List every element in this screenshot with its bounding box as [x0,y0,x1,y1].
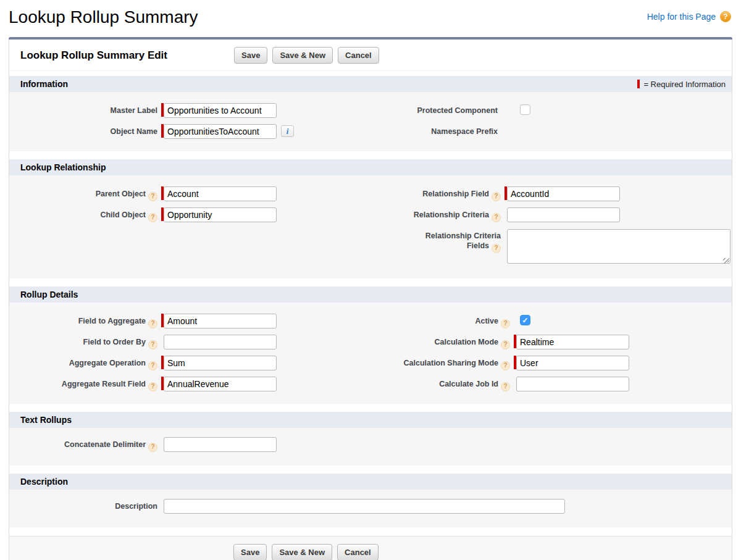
field-protected-component: Protected Component ✓ [371,102,722,118]
field-row: Object Name i Namespace Prefix [20,123,732,139]
panel-title: Lookup Rollup Summary Edit [20,49,234,62]
calculate-job-id-input[interactable] [516,377,629,391]
child-object-input[interactable] [164,207,277,222]
calculate-job-id-help-icon[interactable]: ? [501,382,510,391]
edit-panel: Lookup Rollup Summary Edit Save Save & N… [9,40,732,560]
field-child-object: Child Object? [20,207,371,222]
field-namespace-prefix: Namespace Prefix [371,123,722,139]
relationship-criteria-input[interactable] [507,207,620,222]
aggregate-operation-help-icon[interactable]: ? [148,361,157,370]
cancel-button[interactable]: Cancel [338,47,379,64]
active-label: Active? [371,313,510,328]
section-title: Lookup Relationship [20,162,106,172]
field-relationship-criteria-fields: Relationship Criteria Fields? [371,228,722,266]
section-rollup-details: Rollup Details Field to Aggregate? Activ… [9,286,732,404]
required-indicator [637,80,640,88]
parent-object-label: Parent Object? [20,186,157,201]
field-field-to-aggregate: Field to Aggregate? [20,313,371,328]
required-indicator [514,314,516,327]
calculation-mode-input[interactable] [516,335,629,349]
description-label: Description [20,498,157,511]
child-object-label: Child Object? [20,207,157,222]
calculation-sharing-mode-help-icon[interactable]: ? [501,361,510,370]
save-button[interactable]: Save [234,47,267,64]
aggregate-result-field-help-icon[interactable]: ? [148,382,157,391]
field-aggregate-operation: Aggregate Operation? [20,355,371,370]
field-active: Active? ✓ [371,313,722,328]
relationship-criteria-fields-textarea[interactable] [507,229,731,264]
field-calculate-job-id: Calculate Job Id? [371,376,722,391]
section-description: Description Description [9,474,732,527]
field-description: Description [20,498,732,514]
description-input[interactable] [164,499,565,514]
section-text-rollups-header: Text Rollups [9,412,732,428]
section-lookup-relationship-body: Parent Object? Relationship Field? Child… [9,175,732,278]
section-rollup-details-header: Rollup Details [9,286,732,303]
protected-component-label: Protected Component [371,102,510,115]
calculation-sharing-mode-input[interactable] [516,356,629,370]
field-object-name: Object Name i [20,123,371,139]
cancel-button[interactable]: Cancel [337,544,379,560]
calculation-mode-help-icon[interactable]: ? [501,340,510,349]
section-title: Text Rollups [20,415,72,425]
checkmark-icon: ✓ [522,317,528,324]
save-button[interactable]: Save [233,544,267,560]
section-title: Description [20,477,68,487]
help-link[interactable]: Help for this Page [647,12,716,22]
section-information: Information = Required Information Maste… [9,76,732,151]
page-header: Lookup Rollup Summary Help for this Page… [0,0,741,37]
field-master-label: Master Label [20,102,371,118]
relationship-criteria-fields-help-icon[interactable]: ? [492,244,501,253]
required-indicator [514,103,516,117]
field-concatenate-delimiter: Concatenate Delimiter? [20,437,371,452]
field-aggregate-result-field: Aggregate Result Field? [20,376,371,391]
relationship-criteria-label: Relationship Criteria? [371,207,501,222]
info-icon[interactable]: i [281,125,294,137]
section-gap [9,527,732,536]
field-row: Description [20,498,732,514]
section-title: Information [20,79,68,89]
section-lookup-relationship-header: Lookup Relationship [9,159,732,175]
object-name-input[interactable] [164,124,277,139]
field-calculation-mode: Calculation Mode? [371,334,722,349]
parent-object-input[interactable] [164,186,277,201]
concatenate-delimiter-input[interactable] [164,437,277,452]
master-label-input[interactable] [164,103,277,118]
field-row: Parent Object? Relationship Field? [20,186,732,201]
active-checkbox[interactable]: ✓ [520,315,530,325]
protected-component-checkbox[interactable]: ✓ [520,104,530,115]
save-and-new-button[interactable]: Save & New [272,47,333,64]
relationship-criteria-fields-label: Relationship Criteria Fields? [371,228,501,253]
relationship-field-help-icon[interactable]: ? [492,192,501,201]
field-to-aggregate-help-icon[interactable]: ? [148,319,157,328]
relationship-field-input[interactable] [507,186,620,201]
section-text-rollups: Text Rollups Concatenate Delimiter? [9,412,732,466]
object-name-label: Object Name [20,123,157,136]
aggregate-result-field-input[interactable] [164,377,277,391]
field-relationship-field: Relationship Field? [371,186,722,201]
child-object-help-icon[interactable]: ? [148,213,157,222]
relationship-criteria-help-icon[interactable]: ? [492,213,501,222]
field-parent-object: Parent Object? [20,186,371,201]
parent-object-help-icon[interactable]: ? [148,192,157,201]
help-icon[interactable]: ? [720,11,731,22]
section-description-body: Description [9,490,732,527]
aggregate-operation-input[interactable] [164,356,277,370]
field-to-order-by-input[interactable] [164,335,277,349]
field-row: Child Object? Relationship Criteria? [20,207,732,222]
field-to-aggregate-input[interactable] [164,314,277,328]
section-text-rollups-body: Concatenate Delimiter? [9,428,732,466]
field-calculation-sharing-mode: Calculation Sharing Mode? [371,355,722,370]
namespace-prefix-label: Namespace Prefix [371,123,510,136]
active-help-icon[interactable]: ? [501,319,510,328]
top-button-row: Save Save & New Cancel [234,47,379,64]
field-row: Concatenate Delimiter? [20,437,732,452]
save-and-new-button[interactable]: Save & New [272,544,332,560]
field-row: Aggregate Operation? Calculation Sharing… [20,355,732,370]
field-row: Field to Aggregate? Active? ✓ [20,313,732,328]
empty-cell [20,228,371,266]
field-to-order-by-help-icon[interactable]: ? [148,340,157,349]
field-to-order-by-label: Field to Order By? [20,334,157,349]
section-description-header: Description [9,474,732,490]
concatenate-delimiter-help-icon[interactable]: ? [148,443,157,452]
